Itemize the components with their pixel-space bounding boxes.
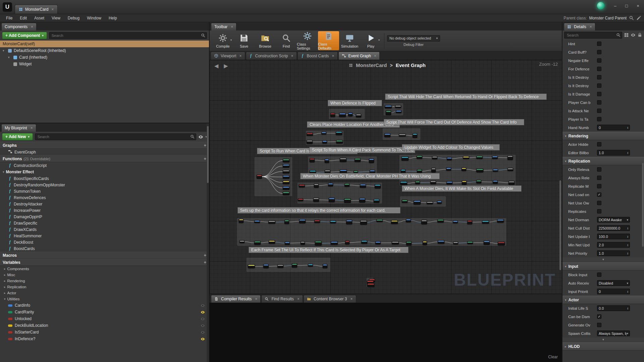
function-item-drawxcards[interactable]: fDrawXCards <box>0 226 209 233</box>
details-scrollbar-thumb[interactable] <box>642 163 644 247</box>
menu-edit[interactable]: Edit <box>16 15 30 21</box>
function-item-drawspecific[interactable]: fDrawSpecific <box>0 220 209 226</box>
add-new-button[interactable]: + Add New ▾ <box>2 133 33 140</box>
graph-item-eventgraph[interactable]: EventGraph <box>0 149 209 155</box>
expand-arrow-icon[interactable]: ▾ <box>4 297 6 301</box>
doc-tab-viewport[interactable]: Viewport× <box>211 52 245 60</box>
function-item-summontoken[interactable]: fSummonToken <box>0 188 209 194</box>
graph-comment[interactable]: Script That Will Force The Card Out Of D… <box>384 119 524 125</box>
menu-window[interactable]: Window <box>84 15 105 21</box>
close-icon[interactable]: × <box>231 24 233 29</box>
eye-closed-icon[interactable] <box>201 330 205 335</box>
edit-parent-class-icon[interactable] <box>636 15 641 20</box>
expand-arrow-icon[interactable]: ▸ <box>4 285 6 289</box>
tab-close-icon[interactable]: × <box>51 7 54 12</box>
close-icon[interactable]: × <box>297 297 300 301</box>
close-icon[interactable]: × <box>31 126 33 130</box>
my-blueprint-search-input[interactable] <box>35 133 197 140</box>
function-item-boostspecificcards[interactable]: fBoostSpecificCards <box>0 175 209 182</box>
clear-button[interactable]: Clear <box>548 355 558 359</box>
doc-tab-event-graph[interactable]: Event Graph× <box>338 52 380 60</box>
close-icon[interactable]: × <box>590 24 592 29</box>
checkbox[interactable] <box>597 42 601 46</box>
category-hlod[interactable]: ▸HLOD <box>562 342 644 351</box>
doc-tab-boost-cards[interactable]: fBoost Cards× <box>298 52 338 60</box>
simulation-button[interactable]: Simulation <box>339 31 360 50</box>
eye-closed-icon[interactable] <box>201 317 205 321</box>
number-field[interactable]: 225000000.0▴▾ <box>597 225 630 231</box>
save-button[interactable]: Save <box>233 31 255 50</box>
variable-item-isstartercard[interactable]: IsStarterCard <box>0 329 209 336</box>
menu-asset[interactable]: Asset <box>31 15 48 21</box>
dropdown-caret-icon[interactable]: ▾ <box>378 39 380 42</box>
back-arrow-icon[interactable]: ◀ <box>214 63 218 69</box>
close-icon[interactable]: × <box>350 297 353 301</box>
function-item-healsummoner[interactable]: fHealSummoner <box>0 233 209 239</box>
menu-view[interactable]: View <box>48 15 64 21</box>
class-defaults-button[interactable]: Class Defaults <box>318 31 339 50</box>
eye-open-icon[interactable] <box>201 337 205 341</box>
details-search-input[interactable] <box>564 32 622 39</box>
property-matrix-icon[interactable] <box>624 33 629 38</box>
spinner-icon[interactable]: ▴▾ <box>627 227 628 230</box>
category-actor[interactable]: ▾Actor <box>562 296 644 304</box>
category-expander[interactable]: ▼ <box>562 338 644 342</box>
number-field[interactable]: 1.0▴▾ <box>597 250 630 256</box>
category-rendering[interactable]: ▾Rendering <box>562 132 644 140</box>
category-expander[interactable]: ▼ <box>562 257 644 262</box>
number-field[interactable]: 2.0▴▾ <box>597 242 630 248</box>
dropdown-caret-icon[interactable]: ▾ <box>230 39 232 42</box>
eye-open-icon[interactable] <box>201 310 205 314</box>
function-item-damageopphp[interactable]: fDamageOppHP <box>0 214 209 220</box>
variable-category-rendering[interactable]: ▸Rendering <box>0 278 209 284</box>
doc-tab-construction-scrip[interactable]: fConstruction Scrip× <box>246 52 297 60</box>
expand-arrow-icon[interactable]: ▾ <box>8 56 11 59</box>
status-orb-icon[interactable] <box>597 2 604 9</box>
checkbox[interactable] <box>597 67 601 71</box>
spinner-icon[interactable]: ▴▾ <box>627 152 628 154</box>
component-tree-item-widget[interactable]: Widget <box>0 61 209 67</box>
minimize-button[interactable]: – <box>612 3 619 8</box>
checkbox[interactable] <box>597 100 601 105</box>
variable-category-components[interactable]: ▸Components <box>0 266 209 272</box>
close-icon[interactable]: × <box>239 54 241 58</box>
close-icon[interactable]: × <box>332 54 334 58</box>
function-item-deckboost[interactable]: fDeckBoost <box>0 239 209 245</box>
number-field[interactable]: 0.0▴▾ <box>597 305 630 311</box>
expand-arrow-icon[interactable]: ▾ <box>565 298 567 302</box>
checkbox[interactable] <box>597 75 601 79</box>
maximize-button[interactable]: □ <box>623 3 630 8</box>
graph-comment[interactable]: Each Frame Set The UI To Reflect If This… <box>249 247 409 253</box>
checkbox[interactable] <box>597 176 601 180</box>
graph-comment[interactable]: When A Monster Dies, It Will Make Its Sl… <box>402 185 522 192</box>
function-item-boostcards[interactable]: fBoostCards <box>0 245 209 252</box>
variable-item-indefence[interactable]: InDefence? <box>0 336 209 342</box>
tab-toolbar[interactable]: Toolbar × <box>211 23 236 31</box>
tab-details[interactable]: Details × <box>564 23 595 31</box>
breadcrumb-current[interactable]: Event Graph <box>396 62 426 68</box>
menu-file[interactable]: File <box>3 15 16 21</box>
function-item-increasepower[interactable]: fIncreasePower <box>0 207 209 214</box>
add-icon[interactable]: + <box>204 143 206 148</box>
checkbox[interactable] <box>597 201 601 205</box>
spinner-icon[interactable]: ▴▾ <box>627 307 628 310</box>
checkbox[interactable] <box>597 117 601 121</box>
close-button[interactable]: × <box>635 3 641 8</box>
expand-arrow-icon[interactable]: ▸ <box>4 273 6 277</box>
spinner-icon[interactable]: ▴▾ <box>627 252 628 255</box>
checkbox[interactable] <box>597 83 601 88</box>
graph-comment[interactable]: Sets up the card information so that it … <box>237 207 400 214</box>
lock-icon[interactable] <box>637 33 642 38</box>
checkbox[interactable]: ✓ <box>597 192 601 197</box>
forward-arrow-icon[interactable]: ▶ <box>224 63 228 69</box>
variable-item-cardrarity[interactable]: CardRarity <box>0 309 209 315</box>
menu-debug[interactable]: Debug <box>64 15 83 21</box>
close-icon[interactable]: × <box>255 297 257 301</box>
checkbox[interactable] <box>597 209 601 214</box>
component-tree-item-card-inherited[interactable]: ▾Card (Inherited) <box>0 54 209 61</box>
expand-arrow-icon[interactable]: ▾ <box>565 160 567 163</box>
components-search-input[interactable] <box>49 32 207 39</box>
variable-item-unlocked[interactable]: Unlocked <box>0 315 209 322</box>
eye-closed-icon[interactable] <box>201 323 205 328</box>
expand-arrow-icon[interactable]: ▾ <box>3 49 6 52</box>
